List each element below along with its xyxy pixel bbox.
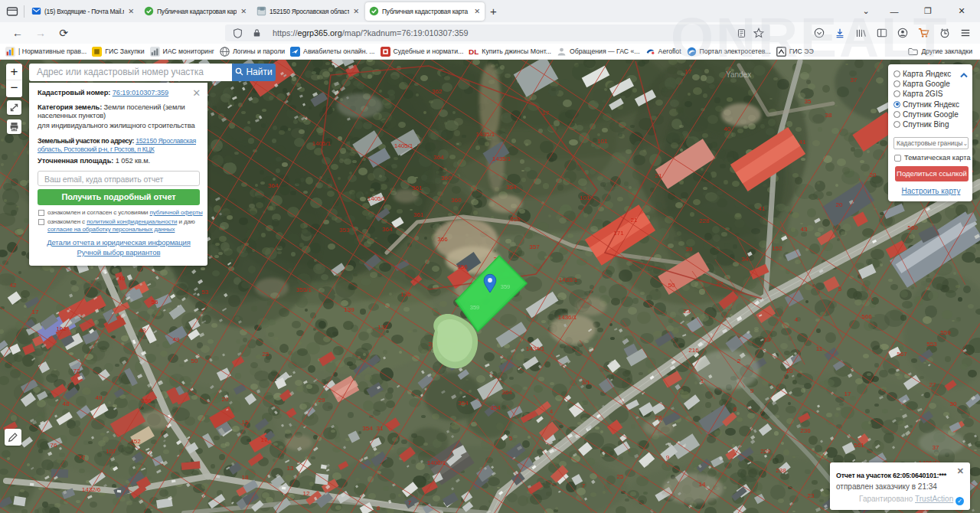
svg-text:22: 22 bbox=[717, 280, 724, 287]
svg-text:8: 8 bbox=[377, 505, 381, 511]
svg-text:11: 11 bbox=[816, 345, 823, 352]
svg-text:35: 35 bbox=[805, 98, 812, 105]
svg-text:5: 5 bbox=[838, 286, 842, 292]
svg-text:37: 37 bbox=[851, 77, 858, 83]
svg-text:136: 136 bbox=[400, 291, 411, 298]
svg-text:364: 364 bbox=[433, 154, 444, 161]
svg-text:360: 360 bbox=[441, 175, 452, 181]
svg-text:14: 14 bbox=[699, 481, 706, 488]
svg-text:361: 361 bbox=[412, 185, 423, 191]
svg-text:361: 361 bbox=[413, 211, 424, 218]
svg-text:359: 359 bbox=[501, 283, 511, 290]
svg-text:1405/1: 1405/1 bbox=[312, 140, 332, 147]
svg-text:107: 107 bbox=[106, 448, 116, 455]
svg-text:48: 48 bbox=[63, 400, 70, 407]
svg-text:4: 4 bbox=[550, 408, 554, 415]
svg-text:171: 171 bbox=[613, 230, 624, 237]
svg-text:101: 101 bbox=[580, 194, 590, 201]
svg-text:354: 354 bbox=[490, 404, 501, 411]
svg-text:362: 362 bbox=[432, 88, 443, 95]
svg-text:39: 39 bbox=[686, 246, 693, 253]
svg-text:2: 2 bbox=[737, 358, 741, 364]
svg-text:354: 354 bbox=[362, 425, 373, 432]
svg-text:50: 50 bbox=[191, 358, 198, 364]
svg-text:1: 1 bbox=[701, 377, 704, 384]
svg-text:7: 7 bbox=[408, 499, 412, 506]
svg-text:357: 357 bbox=[529, 243, 540, 250]
svg-text:1435/1: 1435/1 bbox=[476, 131, 495, 138]
svg-text:355/1: 355/1 bbox=[296, 286, 312, 293]
svg-text:50: 50 bbox=[668, 282, 675, 289]
svg-text:48: 48 bbox=[139, 327, 146, 334]
svg-text:560: 560 bbox=[907, 224, 918, 231]
svg-text:228: 228 bbox=[699, 217, 710, 224]
svg-text:25: 25 bbox=[617, 473, 624, 480]
svg-text:10: 10 bbox=[786, 368, 793, 374]
svg-text:76: 76 bbox=[51, 442, 57, 449]
svg-text:359: 359 bbox=[470, 304, 480, 311]
svg-text:238: 238 bbox=[776, 467, 786, 474]
svg-text:7: 7 bbox=[582, 482, 586, 489]
svg-text:34: 34 bbox=[742, 256, 749, 263]
svg-text:20: 20 bbox=[870, 172, 877, 178]
svg-text:23: 23 bbox=[808, 492, 815, 499]
svg-text:13: 13 bbox=[287, 465, 294, 472]
svg-text:9: 9 bbox=[750, 387, 754, 394]
svg-text:31: 31 bbox=[377, 425, 384, 432]
svg-text:1405/1: 1405/1 bbox=[368, 195, 387, 202]
svg-text:21: 21 bbox=[631, 217, 638, 224]
svg-text:353: 353 bbox=[339, 227, 350, 234]
svg-text:12: 12 bbox=[303, 490, 310, 497]
svg-text:30: 30 bbox=[950, 400, 957, 407]
svg-text:356: 356 bbox=[457, 263, 468, 270]
svg-text:229: 229 bbox=[760, 448, 771, 455]
svg-text:364: 364 bbox=[501, 389, 512, 396]
svg-text:40: 40 bbox=[724, 126, 731, 132]
svg-text:49: 49 bbox=[173, 336, 180, 343]
svg-text:38: 38 bbox=[825, 112, 832, 119]
svg-text:9: 9 bbox=[666, 454, 670, 461]
svg-text:3/1: 3/1 bbox=[581, 379, 590, 386]
svg-text:72: 72 bbox=[74, 368, 80, 374]
svg-text:358: 358 bbox=[510, 216, 521, 223]
svg-text:17: 17 bbox=[685, 68, 692, 75]
svg-text:1406/1: 1406/1 bbox=[427, 459, 446, 466]
svg-text:1433/1: 1433/1 bbox=[559, 276, 578, 283]
svg-text:13: 13 bbox=[764, 336, 771, 343]
svg-text:1405/1: 1405/1 bbox=[394, 142, 413, 149]
svg-text:29: 29 bbox=[318, 397, 325, 404]
svg-text:8: 8 bbox=[733, 406, 737, 413]
svg-text:25: 25 bbox=[263, 351, 270, 358]
svg-text:1432/6: 1432/6 bbox=[82, 486, 101, 493]
svg-text:561: 561 bbox=[854, 442, 864, 449]
svg-text:53: 53 bbox=[202, 289, 209, 296]
svg-text:216: 216 bbox=[688, 347, 699, 354]
svg-text:553: 553 bbox=[926, 341, 937, 348]
svg-text:360: 360 bbox=[451, 197, 462, 204]
svg-text:102: 102 bbox=[56, 325, 67, 332]
svg-text:354: 354 bbox=[458, 400, 469, 407]
svg-text:559: 559 bbox=[940, 329, 951, 336]
svg-text:55: 55 bbox=[152, 299, 158, 306]
svg-text:5: 5 bbox=[509, 435, 513, 442]
svg-text:23: 23 bbox=[684, 308, 691, 315]
svg-text:4: 4 bbox=[795, 316, 799, 323]
svg-text:46: 46 bbox=[119, 275, 126, 282]
svg-text:20: 20 bbox=[836, 201, 843, 208]
svg-text:17: 17 bbox=[261, 436, 268, 443]
svg-text:1434/1: 1434/1 bbox=[526, 345, 545, 352]
svg-text:364: 364 bbox=[268, 182, 279, 189]
svg-text:41: 41 bbox=[799, 139, 806, 145]
svg-text:18: 18 bbox=[242, 474, 249, 481]
svg-text:139: 139 bbox=[344, 306, 354, 313]
svg-text:77: 77 bbox=[79, 454, 86, 461]
svg-text:364: 364 bbox=[506, 184, 517, 191]
svg-text:15: 15 bbox=[242, 419, 249, 426]
svg-text:452: 452 bbox=[130, 438, 141, 445]
svg-text:27: 27 bbox=[929, 381, 936, 388]
svg-text:41: 41 bbox=[759, 205, 766, 212]
svg-text:17: 17 bbox=[32, 309, 39, 315]
svg-text:1436/1: 1436/1 bbox=[558, 314, 577, 321]
svg-text:20: 20 bbox=[222, 396, 229, 403]
svg-text:49: 49 bbox=[96, 394, 103, 401]
